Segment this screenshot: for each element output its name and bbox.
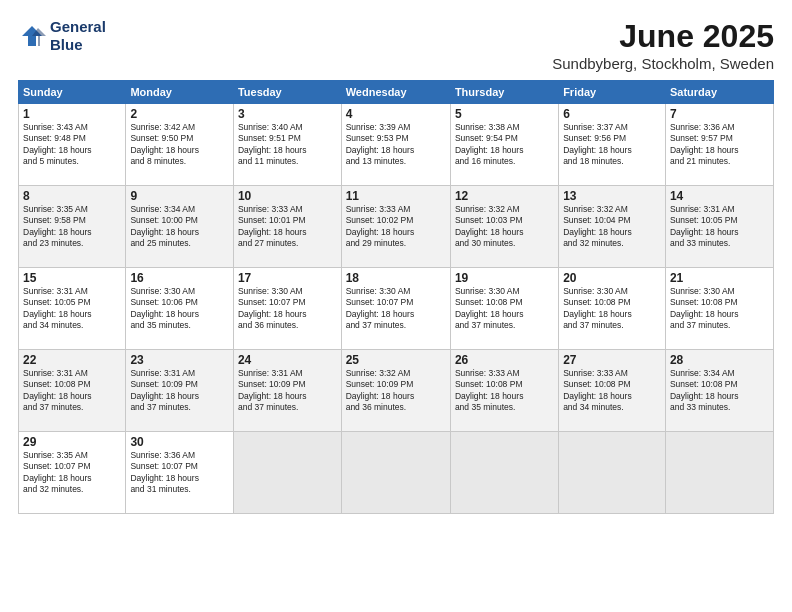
day-number: 12 (455, 189, 554, 203)
day-info: Sunrise: 3:30 AM Sunset: 10:08 PM Daylig… (455, 286, 554, 332)
day-info: Sunrise: 3:31 AM Sunset: 10:05 PM Daylig… (670, 204, 769, 250)
day-number: 25 (346, 353, 446, 367)
day-info: Sunrise: 3:31 AM Sunset: 10:09 PM Daylig… (238, 368, 337, 414)
col-header-saturday: Saturday (665, 81, 773, 104)
day-number: 21 (670, 271, 769, 285)
col-header-tuesday: Tuesday (233, 81, 341, 104)
day-number: 1 (23, 107, 121, 121)
day-cell: 10Sunrise: 3:33 AM Sunset: 10:01 PM Dayl… (233, 186, 341, 268)
day-cell: 1Sunrise: 3:43 AM Sunset: 9:48 PM Daylig… (19, 104, 126, 186)
logo-icon (18, 22, 46, 50)
col-header-monday: Monday (126, 81, 234, 104)
day-number: 7 (670, 107, 769, 121)
day-cell: 30Sunrise: 3:36 AM Sunset: 10:07 PM Dayl… (126, 432, 234, 514)
day-number: 5 (455, 107, 554, 121)
day-cell: 11Sunrise: 3:33 AM Sunset: 10:02 PM Dayl… (341, 186, 450, 268)
col-header-thursday: Thursday (450, 81, 558, 104)
day-cell (559, 432, 666, 514)
day-info: Sunrise: 3:31 AM Sunset: 10:08 PM Daylig… (23, 368, 121, 414)
day-number: 13 (563, 189, 661, 203)
day-cell (341, 432, 450, 514)
day-cell: 5Sunrise: 3:38 AM Sunset: 9:54 PM Daylig… (450, 104, 558, 186)
logo: General Blue (18, 18, 106, 54)
day-cell (233, 432, 341, 514)
week-row-2: 8Sunrise: 3:35 AM Sunset: 9:58 PM Daylig… (19, 186, 774, 268)
day-number: 20 (563, 271, 661, 285)
day-info: Sunrise: 3:35 AM Sunset: 9:58 PM Dayligh… (23, 204, 121, 250)
day-cell: 3Sunrise: 3:40 AM Sunset: 9:51 PM Daylig… (233, 104, 341, 186)
day-cell: 21Sunrise: 3:30 AM Sunset: 10:08 PM Dayl… (665, 268, 773, 350)
day-number: 11 (346, 189, 446, 203)
day-cell: 17Sunrise: 3:30 AM Sunset: 10:07 PM Dayl… (233, 268, 341, 350)
day-number: 6 (563, 107, 661, 121)
day-number: 19 (455, 271, 554, 285)
day-info: Sunrise: 3:31 AM Sunset: 10:05 PM Daylig… (23, 286, 121, 332)
day-cell (665, 432, 773, 514)
day-info: Sunrise: 3:30 AM Sunset: 10:06 PM Daylig… (130, 286, 229, 332)
day-cell: 28Sunrise: 3:34 AM Sunset: 10:08 PM Dayl… (665, 350, 773, 432)
col-header-sunday: Sunday (19, 81, 126, 104)
day-info: Sunrise: 3:32 AM Sunset: 10:03 PM Daylig… (455, 204, 554, 250)
day-cell: 13Sunrise: 3:32 AM Sunset: 10:04 PM Dayl… (559, 186, 666, 268)
day-cell: 29Sunrise: 3:35 AM Sunset: 10:07 PM Dayl… (19, 432, 126, 514)
day-cell: 20Sunrise: 3:30 AM Sunset: 10:08 PM Dayl… (559, 268, 666, 350)
title-block: June 2025 Sundbyberg, Stockholm, Sweden (552, 18, 774, 72)
day-number: 16 (130, 271, 229, 285)
day-number: 22 (23, 353, 121, 367)
day-number: 24 (238, 353, 337, 367)
day-info: Sunrise: 3:35 AM Sunset: 10:07 PM Daylig… (23, 450, 121, 496)
col-header-friday: Friday (559, 81, 666, 104)
day-info: Sunrise: 3:32 AM Sunset: 10:09 PM Daylig… (346, 368, 446, 414)
day-cell: 24Sunrise: 3:31 AM Sunset: 10:09 PM Dayl… (233, 350, 341, 432)
day-cell: 6Sunrise: 3:37 AM Sunset: 9:56 PM Daylig… (559, 104, 666, 186)
day-number: 28 (670, 353, 769, 367)
day-info: Sunrise: 3:34 AM Sunset: 10:00 PM Daylig… (130, 204, 229, 250)
day-number: 27 (563, 353, 661, 367)
day-info: Sunrise: 3:34 AM Sunset: 10:08 PM Daylig… (670, 368, 769, 414)
day-info: Sunrise: 3:36 AM Sunset: 10:07 PM Daylig… (130, 450, 229, 496)
day-cell: 16Sunrise: 3:30 AM Sunset: 10:06 PM Dayl… (126, 268, 234, 350)
day-cell: 12Sunrise: 3:32 AM Sunset: 10:03 PM Dayl… (450, 186, 558, 268)
day-info: Sunrise: 3:30 AM Sunset: 10:07 PM Daylig… (346, 286, 446, 332)
day-info: Sunrise: 3:33 AM Sunset: 10:08 PM Daylig… (455, 368, 554, 414)
day-cell: 9Sunrise: 3:34 AM Sunset: 10:00 PM Dayli… (126, 186, 234, 268)
day-info: Sunrise: 3:33 AM Sunset: 10:01 PM Daylig… (238, 204, 337, 250)
day-cell: 2Sunrise: 3:42 AM Sunset: 9:50 PM Daylig… (126, 104, 234, 186)
calendar-table: SundayMondayTuesdayWednesdayThursdayFrid… (18, 80, 774, 514)
day-cell: 8Sunrise: 3:35 AM Sunset: 9:58 PM Daylig… (19, 186, 126, 268)
day-number: 15 (23, 271, 121, 285)
day-number: 30 (130, 435, 229, 449)
day-info: Sunrise: 3:31 AM Sunset: 10:09 PM Daylig… (130, 368, 229, 414)
header-row: SundayMondayTuesdayWednesdayThursdayFrid… (19, 81, 774, 104)
day-info: Sunrise: 3:33 AM Sunset: 10:02 PM Daylig… (346, 204, 446, 250)
day-info: Sunrise: 3:30 AM Sunset: 10:08 PM Daylig… (670, 286, 769, 332)
day-cell: 22Sunrise: 3:31 AM Sunset: 10:08 PM Dayl… (19, 350, 126, 432)
day-number: 2 (130, 107, 229, 121)
logo-text: General Blue (50, 18, 106, 54)
day-info: Sunrise: 3:40 AM Sunset: 9:51 PM Dayligh… (238, 122, 337, 168)
day-info: Sunrise: 3:43 AM Sunset: 9:48 PM Dayligh… (23, 122, 121, 168)
day-number: 23 (130, 353, 229, 367)
day-number: 10 (238, 189, 337, 203)
week-row-1: 1Sunrise: 3:43 AM Sunset: 9:48 PM Daylig… (19, 104, 774, 186)
day-info: Sunrise: 3:42 AM Sunset: 9:50 PM Dayligh… (130, 122, 229, 168)
title-location: Sundbyberg, Stockholm, Sweden (552, 55, 774, 72)
title-month: June 2025 (552, 18, 774, 55)
day-info: Sunrise: 3:30 AM Sunset: 10:08 PM Daylig… (563, 286, 661, 332)
day-number: 14 (670, 189, 769, 203)
day-cell: 15Sunrise: 3:31 AM Sunset: 10:05 PM Dayl… (19, 268, 126, 350)
day-number: 29 (23, 435, 121, 449)
day-cell: 23Sunrise: 3:31 AM Sunset: 10:09 PM Dayl… (126, 350, 234, 432)
day-cell: 19Sunrise: 3:30 AM Sunset: 10:08 PM Dayl… (450, 268, 558, 350)
day-cell: 27Sunrise: 3:33 AM Sunset: 10:08 PM Dayl… (559, 350, 666, 432)
day-number: 4 (346, 107, 446, 121)
day-info: Sunrise: 3:39 AM Sunset: 9:53 PM Dayligh… (346, 122, 446, 168)
day-number: 17 (238, 271, 337, 285)
day-cell: 14Sunrise: 3:31 AM Sunset: 10:05 PM Dayl… (665, 186, 773, 268)
day-cell: 26Sunrise: 3:33 AM Sunset: 10:08 PM Dayl… (450, 350, 558, 432)
header: General Blue June 2025 Sundbyberg, Stock… (18, 18, 774, 72)
page: General Blue June 2025 Sundbyberg, Stock… (0, 0, 792, 612)
day-info: Sunrise: 3:38 AM Sunset: 9:54 PM Dayligh… (455, 122, 554, 168)
day-number: 9 (130, 189, 229, 203)
day-number: 26 (455, 353, 554, 367)
